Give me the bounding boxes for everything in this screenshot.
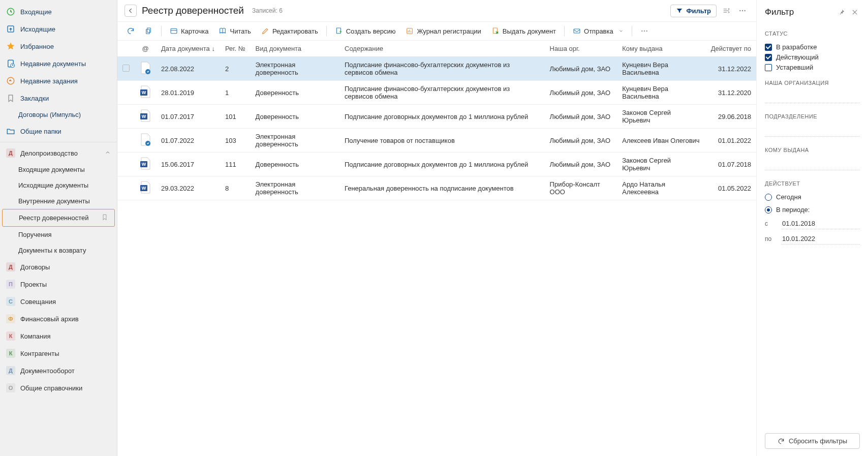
nav-общие-папки[interactable]: Общие папки: [0, 123, 117, 140]
subitem-label: Исходящие документы: [18, 181, 88, 189]
reset-filters-button[interactable]: Сбросить фильтры: [765, 433, 860, 449]
svg-rect-9: [146, 29, 150, 34]
close-icon[interactable]: [850, 7, 860, 17]
cell-date: 22.08.2022: [156, 57, 220, 81]
section-label: Совещания: [20, 298, 56, 306]
recent-doc-icon: [6, 59, 15, 68]
section-контрагенты[interactable]: ККонтрагенты: [0, 345, 117, 362]
status-check-действующий[interactable]: Действующий: [765, 53, 860, 61]
table-row[interactable]: 01.07.2022103Электронная доверенностьПол…: [117, 129, 756, 153]
read-button[interactable]: Читать: [214, 25, 255, 37]
issued-to-section-label: КОМУ ВЫДАНА: [765, 147, 860, 153]
col-content[interactable]: Содержание: [339, 41, 545, 57]
nav-недавние-документы[interactable]: Недавние документы: [0, 55, 117, 72]
section-общие-справочники[interactable]: ООбщие справочники: [0, 379, 117, 397]
back-button[interactable]: [125, 5, 137, 17]
nav-закладки[interactable]: Закладки: [0, 89, 117, 107]
dept-field[interactable]: [765, 126, 860, 137]
reg-log-label: Журнал регистрации: [417, 27, 481, 35]
bookmark-icon: [101, 214, 108, 222]
nav-недавние-задания[interactable]: Недавние задания: [0, 72, 117, 89]
col-doc-type[interactable]: Вид документа: [251, 41, 339, 57]
nav-label: Входящие: [20, 8, 52, 16]
edit-button[interactable]: Редактировать: [257, 25, 322, 37]
section-проекты[interactable]: ППроекты: [0, 276, 117, 293]
nav-избранное[interactable]: Избранное: [0, 38, 117, 55]
status-check-устаревший[interactable]: Устаревший: [765, 64, 860, 71]
issue-doc-button[interactable]: Выдать документ: [487, 25, 560, 37]
svg-text:W: W: [142, 162, 146, 167]
subitem-документы-к-возврату[interactable]: Документы к возврату: [0, 242, 117, 258]
our-org-section-label: НАША ОРГАНИЗАЦИЯ: [765, 80, 860, 86]
subitem-исходящие-документы[interactable]: Исходящие документы: [0, 177, 117, 193]
col-issued-to[interactable]: Кому выдана: [617, 41, 705, 57]
reg-log-button[interactable]: Журнал регистрации: [401, 25, 485, 37]
section-договоры[interactable]: ДДоговоры: [0, 258, 117, 276]
section-делопроизводство[interactable]: ДДелопроизводство: [0, 144, 117, 162]
create-version-button[interactable]: Создать версию: [331, 25, 400, 37]
cell-content: Подписание договорных документов до 1 ми…: [339, 105, 545, 129]
copy-button[interactable]: [141, 25, 157, 37]
col-valid-until[interactable]: Действует по: [706, 41, 756, 57]
section-финансовый-архив[interactable]: ФФинансовый архив: [0, 310, 117, 327]
cell-content: Подписание финансово-бухгалтерских докум…: [339, 57, 545, 81]
subitem-label: Внутренние документы: [18, 197, 90, 205]
col-our-org[interactable]: Наша орг.: [545, 41, 617, 57]
cell-to: Кунцевич Вера Васильевна: [617, 81, 705, 105]
refresh-button[interactable]: [122, 25, 139, 37]
our-org-field[interactable]: [765, 92, 860, 103]
card-button[interactable]: Карточка: [166, 25, 212, 37]
edoc-icon: [140, 140, 151, 148]
to-date-field[interactable]: 10.01.2022: [781, 233, 860, 245]
filter-button[interactable]: Фильтр: [670, 5, 717, 17]
table-row[interactable]: W01.07.2017101ДоверенностьПодписание дог…: [117, 105, 756, 129]
valid-period-radio[interactable]: В периоде:: [765, 206, 860, 214]
section-совещания[interactable]: ССовещания: [0, 293, 117, 310]
issued-to-field[interactable]: [765, 159, 860, 170]
nav-исходящие[interactable]: Исходящие: [0, 20, 117, 38]
pin-icon[interactable]: [836, 7, 847, 17]
cell-until: 31.12.2022: [706, 57, 756, 81]
settings-icon[interactable]: [720, 4, 733, 17]
svg-point-17: [646, 31, 647, 32]
toolbar-more-button[interactable]: [636, 25, 653, 37]
subitem-входящие-документы[interactable]: Входящие документы: [0, 162, 117, 177]
cell-to: Законов Сергей Юрьевич: [617, 105, 705, 129]
more-icon[interactable]: [736, 4, 749, 17]
word-doc-icon: W: [140, 116, 151, 124]
table-row[interactable]: W28.01.20191ДоверенностьПодписание финан…: [117, 81, 756, 105]
svg-text:W: W: [142, 90, 146, 95]
svg-rect-14: [574, 29, 580, 33]
col-attachment[interactable]: @: [135, 41, 156, 57]
status-section-label: СТАТУС: [765, 31, 860, 37]
nav-входящие[interactable]: Входящие: [0, 3, 117, 20]
nav-договоры-импульс-[interactable]: Договоры (Импульс): [0, 107, 117, 123]
subitem-внутренние-документы[interactable]: Внутренние документы: [0, 193, 117, 209]
svg-rect-10: [171, 28, 177, 33]
cell-reg: 8: [220, 176, 251, 200]
subitem-поручения[interactable]: Поручения: [0, 227, 117, 242]
cell-date: 01.07.2022: [156, 129, 220, 153]
col-reg-no[interactable]: Рег. №: [220, 41, 251, 57]
row-checkbox[interactable]: [122, 65, 130, 72]
col-doc-date[interactable]: Дата документа ↓: [156, 41, 220, 57]
cell-content: Подписание договорных документов до 1 ми…: [339, 153, 545, 176]
subitem-label: Поручения: [18, 231, 52, 238]
table-row[interactable]: 22.08.20222Электронная доверенностьПодпи…: [117, 57, 756, 81]
table-row[interactable]: W29.03.20228Электронная доверенностьГене…: [117, 176, 756, 200]
section-компания[interactable]: ККомпания: [0, 327, 117, 345]
subitem-реестр-доверенностей[interactable]: Реестр доверенностей: [2, 209, 115, 227]
table-row[interactable]: W15.06.2017111ДоверенностьПодписание дог…: [117, 153, 756, 176]
status-check-в-разработке[interactable]: В разработке: [765, 43, 860, 51]
edit-label: Редактировать: [272, 27, 318, 35]
cell-type: Доверенность: [251, 153, 339, 176]
send-label: Отправка: [584, 27, 613, 35]
cell-reg: 101: [220, 105, 251, 129]
cell-date: 01.07.2017: [156, 105, 220, 129]
section-документооборот[interactable]: ДДокументооборот: [0, 362, 117, 379]
section-label: Делопроизводство: [20, 149, 78, 157]
page-title: Реестр доверенностей: [142, 5, 244, 16]
valid-today-radio[interactable]: Сегодня: [765, 193, 860, 201]
send-button[interactable]: Отправка: [569, 25, 628, 37]
from-date-field[interactable]: 01.01.2018: [781, 218, 860, 229]
